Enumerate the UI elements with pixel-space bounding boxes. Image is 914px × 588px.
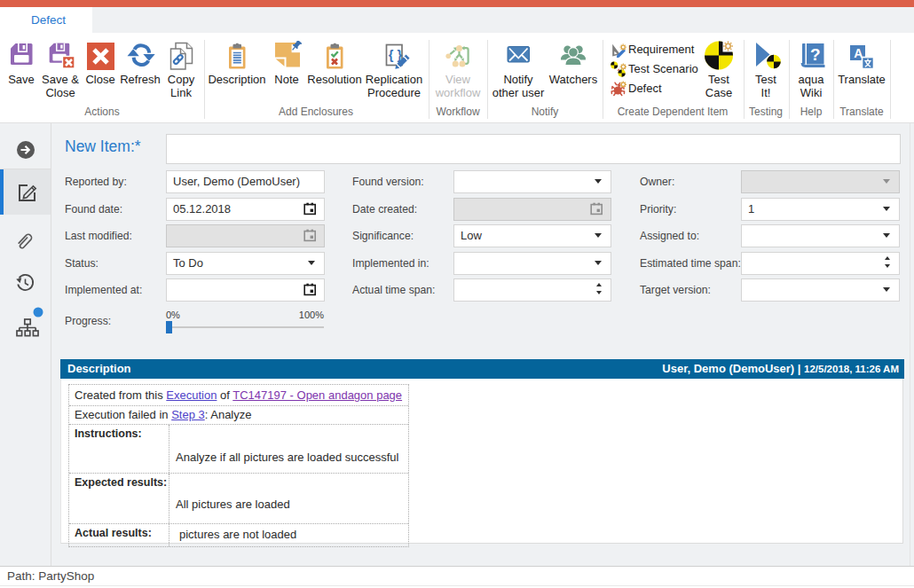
svg-text:?: ? xyxy=(810,45,821,64)
svg-text:{ }: { } xyxy=(389,48,403,62)
